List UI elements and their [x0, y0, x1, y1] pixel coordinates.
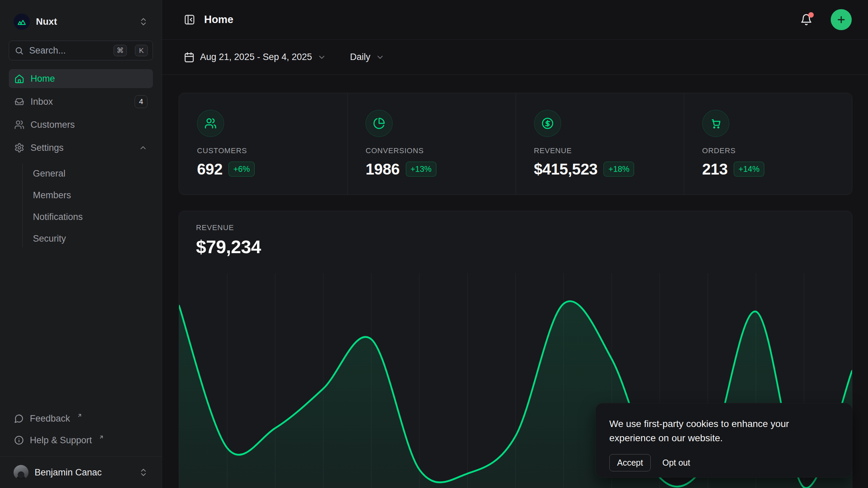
- help-support-link[interactable]: Help & Support: [9, 431, 153, 449]
- date-range-picker[interactable]: Aug 21, 2025 - Sep 4, 2025: [184, 52, 326, 63]
- stat-delta-badge: +6%: [229, 162, 255, 177]
- sidebar-item-security[interactable]: Security: [33, 231, 153, 246]
- collapse-sidebar-icon[interactable]: [184, 14, 195, 25]
- kbd-meta: ⌘: [114, 45, 127, 56]
- page-header: Home: [162, 0, 868, 40]
- granularity-select[interactable]: Daily: [350, 52, 384, 62]
- sidebar-item-members[interactable]: Members: [33, 188, 153, 203]
- calendar-icon: [184, 52, 195, 63]
- stats-card: Customers 692 +6% Conversions 1986 +13% …: [179, 93, 852, 195]
- filter-bar: Aug 21, 2025 - Sep 4, 2025 Daily: [162, 40, 868, 75]
- sidebar-item-label: Customers: [31, 120, 147, 130]
- cookie-message-line2: experience on our website.: [609, 431, 839, 445]
- users-icon: [197, 110, 224, 137]
- sidebar-item-notifications[interactable]: Notifications: [33, 209, 153, 224]
- stat-conversions[interactable]: Conversions 1986 +13%: [347, 93, 515, 195]
- stat-delta-badge: +13%: [406, 162, 436, 177]
- add-button[interactable]: [831, 9, 852, 30]
- date-range-label: Aug 21, 2025 - Sep 4, 2025: [200, 52, 312, 62]
- inbox-count-badge: 4: [135, 95, 147, 108]
- stat-delta-badge: +18%: [604, 162, 634, 177]
- search-input[interactable]: [29, 45, 108, 56]
- stat-label: Orders: [702, 146, 852, 155]
- external-link-icon: [99, 434, 104, 440]
- sidebar-item-label: Home: [31, 74, 147, 84]
- page-title: Home: [204, 14, 791, 26]
- optout-cookies-button[interactable]: Opt out: [662, 458, 690, 468]
- cookie-message-line1: We use first-party cookies to enhance yo…: [609, 417, 839, 431]
- chevrons-up-down-icon: [139, 468, 148, 477]
- avatar: [14, 465, 28, 480]
- revenue-chart-value: $79,234: [196, 236, 835, 257]
- stat-label: Revenue: [534, 146, 684, 155]
- speech-bubble-icon: [14, 414, 24, 423]
- external-link-icon: [77, 413, 82, 418]
- stat-value: $415,523: [534, 160, 598, 178]
- sidebar-item-label: Settings: [31, 143, 133, 153]
- inbox-icon: [14, 97, 24, 107]
- sidebar-nav: Home Inbox 4 Customers Settings General: [9, 69, 153, 247]
- feedback-link[interactable]: Feedback: [9, 410, 153, 427]
- pie-chart-icon: [366, 110, 393, 137]
- user-menu[interactable]: Benjamin Canac: [9, 462, 153, 483]
- search-icon: [15, 46, 24, 55]
- granularity-label: Daily: [350, 52, 370, 62]
- chevron-down-icon: [376, 53, 384, 62]
- sidebar-footer: Feedback Help & Support: [9, 410, 153, 456]
- dollar-circle-icon: [534, 110, 561, 137]
- home-icon: [14, 74, 24, 84]
- sidebar: Nuxt ⌘ K Home Inbox 4: [0, 0, 162, 488]
- stat-label: Customers: [197, 146, 347, 155]
- stat-label: Conversions: [366, 146, 515, 155]
- revenue-chart-label: Revenue: [196, 223, 835, 232]
- sidebar-item-inbox[interactable]: Inbox 4: [9, 92, 153, 111]
- sidebar-item-label: Inbox: [31, 97, 129, 107]
- workspace-switcher[interactable]: Nuxt: [9, 11, 153, 33]
- shopping-cart-icon: [702, 110, 729, 137]
- chevron-down-icon: [317, 53, 326, 62]
- chevrons-up-down-icon: [139, 17, 148, 26]
- plus-icon: [836, 15, 846, 25]
- sidebar-item-settings[interactable]: Settings: [9, 138, 153, 157]
- stat-value: 692: [197, 160, 222, 178]
- sidebar-item-customers[interactable]: Customers: [9, 115, 153, 134]
- sidebar-item-home[interactable]: Home: [9, 69, 153, 88]
- users-icon: [14, 120, 24, 130]
- stat-customers[interactable]: Customers 692 +6%: [179, 93, 347, 195]
- brand-name: Nuxt: [36, 16, 133, 27]
- accept-cookies-button[interactable]: Accept: [609, 454, 651, 471]
- stat-value: 1986: [366, 160, 399, 178]
- cookie-banner: We use first-party cookies to enhance yo…: [595, 403, 852, 477]
- kbd-k: K: [135, 45, 148, 56]
- stat-orders[interactable]: Orders 213 +14%: [684, 93, 852, 195]
- help-support-label: Help & Support: [30, 435, 92, 446]
- notification-dot: [808, 12, 814, 18]
- nuxt-logo-icon: [14, 14, 30, 30]
- chevron-up-icon: [139, 143, 147, 152]
- feedback-label: Feedback: [30, 413, 70, 424]
- stat-value: 213: [702, 160, 728, 178]
- sidebar-item-general[interactable]: General: [33, 166, 153, 181]
- stat-revenue[interactable]: Revenue $415,523 +18%: [516, 93, 684, 195]
- notifications-button[interactable]: [800, 14, 812, 26]
- info-circle-icon: [14, 435, 24, 445]
- gear-icon: [14, 143, 24, 153]
- user-name: Benjamin Canac: [35, 467, 133, 478]
- search-field[interactable]: ⌘ K: [9, 41, 153, 60]
- settings-subnav: General Members Notifications Security: [22, 163, 153, 247]
- stat-delta-badge: +14%: [734, 162, 764, 177]
